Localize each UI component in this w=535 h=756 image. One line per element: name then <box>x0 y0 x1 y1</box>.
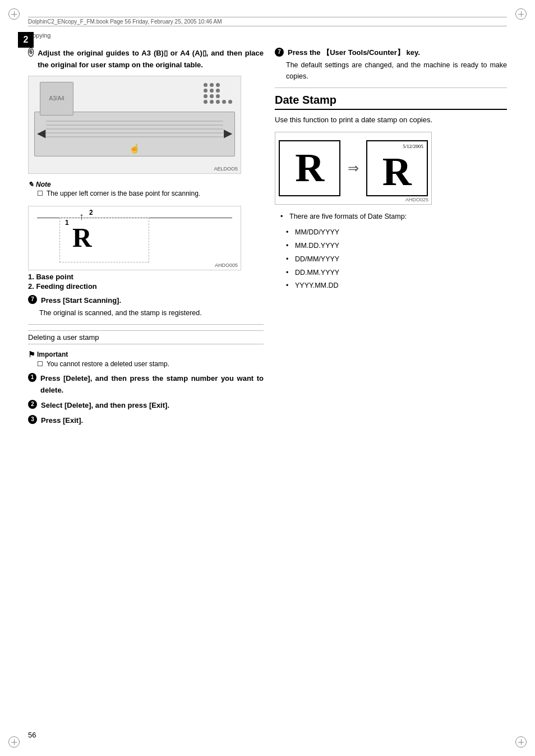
divider-2 <box>275 87 507 88</box>
label-2: 2 <box>89 209 93 216</box>
important-item-1: ☐ You cannot restore a deleted user stam… <box>28 359 264 370</box>
file-info: DolphinC2_ENcopy_F_FM.book Page 56 Frida… <box>28 19 222 25</box>
note-box: ✎ Note ☐ The upper left corner is the ba… <box>28 178 264 201</box>
format-mm-dd-yyyy-dot: MM.DD.YYYY <box>286 239 507 253</box>
date-stamp-diagram: R ⇒ 5/12/2005 R AHDO025 <box>275 132 432 205</box>
date-stamp-bullet-1: There are five formats of Date Stamp: <box>280 210 507 223</box>
section-badge: 2 <box>18 32 34 48</box>
format-mm-dd-yyyy: MM/DD/YYYY <box>286 226 507 239</box>
step6-row: 6 Adjust the original guides to A3 (B)▯ … <box>28 48 264 71</box>
delete-step-1-text: Press [Delete], and then press the stamp… <box>40 373 264 397</box>
base-point-label: 1. Base point <box>28 273 264 281</box>
page-number: 56 <box>28 731 36 739</box>
pointer-icon: ☝ <box>129 143 140 154</box>
arrow-left-icon: ◀ <box>37 126 45 140</box>
page: DolphinC2_ENcopy_F_FM.book Page 56 Frida… <box>0 0 535 756</box>
format-yyyy-mm-dd: YYYY.MM.DD <box>286 279 507 293</box>
diagram1-label: AELDOO5 <box>214 166 238 172</box>
deleting-section: Deleting a user stamp <box>28 330 264 344</box>
step7-right-number: 7 <box>275 48 284 57</box>
divider-1 <box>28 324 264 325</box>
delete-step-1-row: 1 Press [Delete], and then press the sta… <box>28 373 264 397</box>
note-icon: ✎ <box>28 181 34 188</box>
arrow-right-stamp-icon: ⇒ <box>348 160 359 176</box>
main-content: 6 Adjust the original guides to A3 (B)▯ … <box>28 44 507 429</box>
badge-number: 2 <box>18 32 34 48</box>
date-box-right: 5/12/2005 R <box>366 140 428 196</box>
step7-right-description: The default settings are changed, and th… <box>275 59 507 82</box>
delete-step-3-row: 3 Press [Exit]. <box>28 415 264 426</box>
note-title: ✎ Note <box>28 181 264 188</box>
date-diagram-label: AHDO025 <box>405 197 428 202</box>
r-diagram: ↑ 1 2 R AHDO005 <box>28 206 241 270</box>
diagram2-label: AHDO005 <box>215 262 238 268</box>
date-stamp-value: 5/12/2005 <box>403 144 423 149</box>
delete-step-2-row: 2 Select [Delete], and then press [Exit]… <box>28 400 264 412</box>
date-stamp-title: Date Stamp <box>275 94 507 110</box>
date-stamp-section: Date Stamp Use this function to print a … <box>275 94 507 293</box>
step7-right-row: 7 Press the 【User Tools/Counter】 key. Th… <box>275 48 507 82</box>
delete-step-2-text: Select [Delete], and then press [Exit]. <box>41 400 169 412</box>
arrow-right-icon: ▶ <box>224 126 232 140</box>
important-icon: ⚑ <box>28 350 35 359</box>
feeding-direction-label: 2. Feeding direction <box>28 282 264 291</box>
date-box-left: R <box>279 140 340 196</box>
delete-step-3-text: Press [Exit]. <box>41 415 83 426</box>
header-bar: DolphinC2_ENcopy_F_FM.book Page 56 Frida… <box>28 17 507 26</box>
step7-left-description: The original is scanned, and the stamp i… <box>28 307 264 319</box>
left-column: 6 Adjust the original guides to A3 (B)▯ … <box>28 44 264 429</box>
format-dd-mm-yyyy: DD/MM/YYYY <box>286 253 507 266</box>
delete-step-3-number: 3 <box>28 415 37 424</box>
date-stamp-intro: Use this function to print a date stamp … <box>275 114 507 126</box>
step6-text: Adjust the original guides to A3 (B)▯ or… <box>38 48 264 71</box>
delete-step-1-number: 1 <box>28 373 36 382</box>
step7-right-text: Press the 【User Tools/Counter】 key. <box>288 48 420 58</box>
important-title: ⚑ Important <box>28 350 264 359</box>
step7-left-row: 7 Press [Start Scanning]. The original i… <box>28 295 264 319</box>
right-column: 7 Press the 【User Tools/Counter】 key. Th… <box>275 44 507 429</box>
step7-left-text: Press [Start Scanning]. <box>41 295 121 306</box>
date-stamp-bullets: There are five formats of Date Stamp: <box>280 210 507 223</box>
delete-step-2-number: 2 <box>28 400 37 409</box>
important-box: ⚑ Important ☐ You cannot restore a delet… <box>28 350 264 370</box>
date-format-list: MM/DD/YYYY MM.DD.YYYY DD/MM/YYYY DD.MM.Y… <box>286 226 507 293</box>
scanner-diagram: ◀ ▶ A3/A4 ☝ AELDOO5 <box>28 76 241 174</box>
step7-left-number: 7 <box>28 295 37 304</box>
deleting-title: Deleting a user stamp <box>28 333 99 342</box>
step6-number: 6 <box>28 48 34 57</box>
format-dd-mm-yyyy-dot: DD.MM.YYYY <box>286 266 507 280</box>
note-item-1: ☐ The upper left corner is the base poin… <box>28 188 264 199</box>
